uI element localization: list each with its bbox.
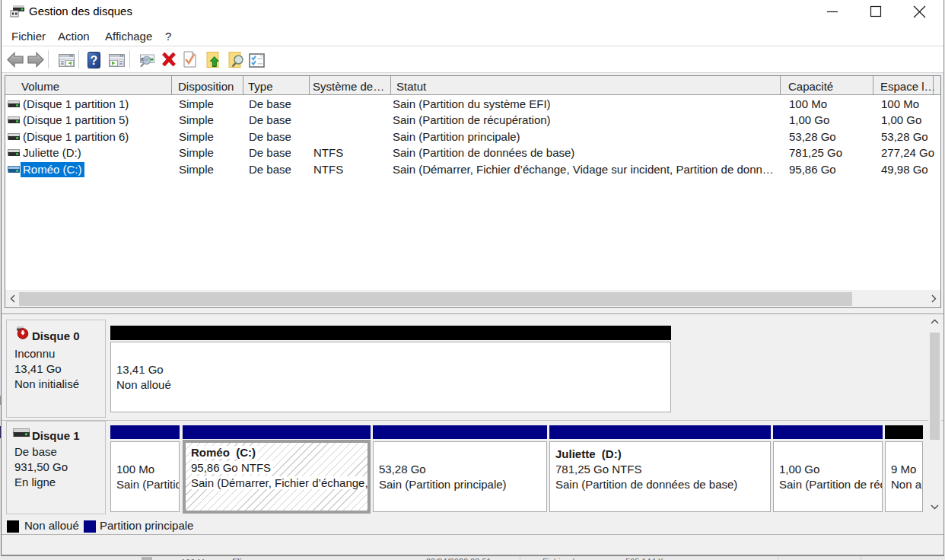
svg-text:?: ? xyxy=(91,54,98,67)
